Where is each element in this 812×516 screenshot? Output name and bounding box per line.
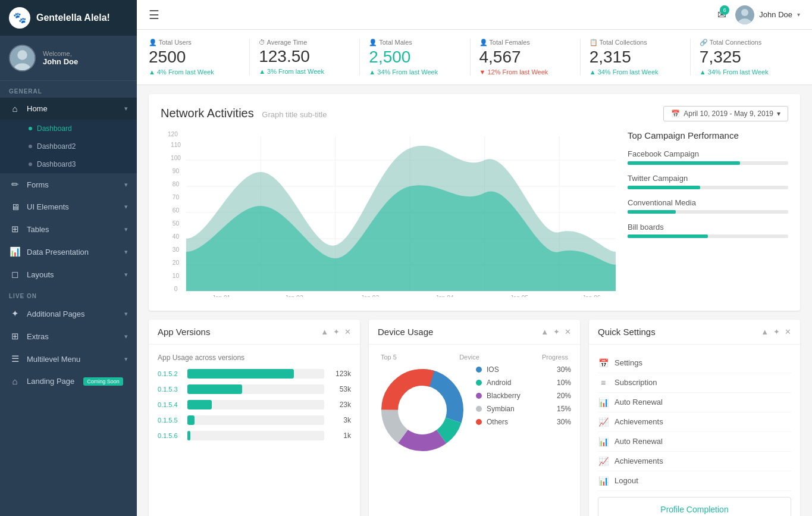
stat-item-2: 👤 Total Males 2,500 ▲ 34% From last Week — [360, 39, 470, 76]
close-icon-qs[interactable]: ✕ — [785, 327, 791, 336]
sidebar-item-additional-pages[interactable]: ✦ Additional Pages ▾ — [0, 302, 137, 325]
settings-item-2[interactable]: 📊 Auto Renewal — [598, 393, 791, 412]
settings-item-label-5: Achievements — [615, 456, 663, 465]
svg-text:20: 20 — [173, 259, 180, 266]
campaign-bar-bg-3 — [628, 234, 788, 238]
settings-item-0[interactable]: 📅 Settings — [598, 354, 791, 373]
device-dot-1 — [476, 380, 482, 386]
settings-item-6[interactable]: 📊 Logout — [598, 471, 791, 491]
settings-item-label-4: Auto Renewal — [615, 437, 663, 446]
hamburger-button[interactable]: ☰ — [149, 8, 159, 22]
chevron-up-icon-du[interactable]: ▲ — [541, 327, 548, 336]
quick-settings-title: Quick Settings — [598, 327, 656, 337]
settings-item-4[interactable]: 📊 Auto Renewal — [598, 432, 791, 452]
settings-item-label-6: Logout — [615, 476, 638, 485]
version-bar-fill-2 — [187, 400, 212, 409]
layouts-icon: ◻ — [9, 269, 21, 280]
svg-text:80: 80 — [173, 181, 180, 187]
user-caret-icon: ▾ — [797, 11, 800, 18]
version-bar-bg-1 — [187, 384, 324, 394]
stat-label-0: 👤 Total Users — [149, 39, 240, 46]
sidebar-logo[interactable]: 🐾 Gentelella Alela! — [0, 0, 137, 36]
version-rows: 0.1.5.2 123k 0.1.5.3 53k 0.1.5.4 23k 0.1… — [158, 369, 351, 440]
ui-icon: 🖥 — [9, 202, 21, 212]
svg-text:60: 60 — [173, 207, 180, 214]
stat-value-2: 2,500 — [369, 48, 460, 67]
campaign-item-3: Bill boards — [628, 223, 788, 238]
logo-icon: 🐾 — [9, 7, 30, 29]
sidebar-item-multilevel[interactable]: ☰ Multilevel Menu ▾ — [0, 348, 137, 370]
svg-text:0: 0 — [174, 286, 178, 292]
chevron-up-icon-av[interactable]: ▲ — [321, 327, 328, 336]
sidebar-item-extras[interactable]: ⊞ Extras ▾ — [0, 325, 137, 348]
stat-label-3: 👤 Total Females — [479, 39, 571, 46]
chevron-icon-data: ▾ — [124, 248, 128, 256]
welcome-text: Welcome, — [43, 50, 78, 57]
close-icon-du[interactable]: ✕ — [565, 327, 571, 336]
svg-text:Jan 04: Jan 04 — [435, 295, 454, 297]
campaign-name-2: Conventional Media — [628, 198, 788, 207]
version-num-3: 0.1.5.5 — [158, 417, 181, 424]
settings-item-1[interactable]: ≡ Subscription — [598, 373, 791, 393]
sidebar-item-forms[interactable]: ✏ Forms ▾ — [0, 173, 137, 196]
sidebar-item-ui-elements[interactable]: 🖥 UI Elements ▾ — [0, 196, 137, 218]
device-usage-title: Device Usage — [378, 327, 433, 337]
version-row-0: 0.1.5.2 123k — [158, 369, 351, 379]
wrench-icon-qs[interactable]: ✦ — [773, 327, 780, 336]
sidebar-item-home[interactable]: ⌂ Home ▾ — [0, 98, 137, 120]
sidebar-sub-item-dashboard2[interactable]: Dashboard2 — [0, 137, 137, 155]
svg-point-41 — [399, 386, 446, 434]
network-activities-card: Network Activities Graph title sub-title… — [149, 94, 800, 311]
stat-value-4: 2,315 — [590, 48, 681, 67]
tables-icon: ⊞ — [9, 224, 21, 234]
settings-item-icon-4: 📊 — [598, 437, 609, 446]
quick-settings-card: Quick Settings ▲ ✦ ✕ 📅 Settings ≡ Subscr… — [589, 320, 800, 516]
svg-text:Jan 01: Jan 01 — [212, 295, 231, 297]
settings-item-label-0: Settings — [615, 358, 642, 367]
campaign-bar-fill-0 — [628, 161, 740, 165]
sidebar-item-tables[interactable]: ⊞ Tables ▾ — [0, 218, 137, 240]
stat-item-5: 🔗 Total Connections 7,325 ▲ 34% From las… — [691, 39, 800, 76]
version-num-2: 0.1.5.4 — [158, 401, 181, 408]
wrench-icon-du[interactable]: ✦ — [553, 327, 560, 336]
settings-item-3[interactable]: 📈 Achievements — [598, 412, 791, 432]
date-range-button[interactable]: 📅 April 10, 2019 - May 9, 2019 ▾ — [663, 106, 788, 121]
app-versions-title: App Versions — [158, 327, 210, 337]
sub-dot-dashboard3 — [29, 162, 32, 166]
device-pct-3: 15% — [557, 405, 571, 413]
notifications-button[interactable]: ✉ 6 — [717, 8, 726, 21]
device-dot-2 — [476, 393, 482, 399]
campaign-name-0: Facebook Campaign — [628, 149, 788, 158]
sidebar-item-landing-page[interactable]: ⌂ Landing Page Coming Soon — [0, 370, 137, 392]
sidebar-sub-item-dashboard3[interactable]: Dashboard3 — [0, 155, 137, 173]
stat-item-4: 📋 Total Collections 2,315 ▲ 34% From las… — [581, 39, 691, 76]
wrench-icon-av[interactable]: ✦ — [333, 327, 340, 336]
version-bar-bg-4 — [187, 431, 324, 440]
campaign-bar-fill-2 — [628, 210, 676, 214]
home-icon: ⌂ — [9, 104, 21, 114]
close-icon-av[interactable]: ✕ — [344, 327, 351, 336]
device-dot-4 — [476, 419, 482, 425]
svg-text:50: 50 — [173, 220, 180, 227]
sidebar-item-data-presentation[interactable]: 📊 Data Presentation ▾ — [0, 240, 137, 263]
chevron-up-icon-qs[interactable]: ▲ — [761, 327, 769, 336]
stat-change-3: ▼ 12% From last Week — [479, 68, 571, 76]
stat-label-5: 🔗 Total Connections — [700, 39, 791, 46]
sidebar-item-layouts[interactable]: ◻ Layouts ▾ — [0, 263, 137, 286]
calendar-icon: 📅 — [671, 110, 680, 118]
device-dot-3 — [476, 406, 482, 412]
user-menu-button[interactable]: John Doe ▾ — [735, 5, 800, 24]
sidebar-sub-home: Dashboard Dashboard2 Dashboard3 — [0, 120, 137, 173]
chevron-icon-additional: ▾ — [124, 310, 128, 318]
device-dot-0 — [476, 367, 482, 373]
campaign-bar-fill-3 — [628, 234, 708, 238]
settings-item-5[interactable]: 📈 Achievements — [598, 452, 791, 471]
sidebar-sub-item-dashboard[interactable]: Dashboard — [0, 120, 137, 137]
bottom-row: App Versions ▲ ✦ ✕ App Usage across vers… — [149, 320, 800, 516]
stat-change-5: ▲ 34% From last Week — [700, 68, 791, 76]
settings-item-label-3: Achievements — [615, 417, 663, 426]
chevron-icon-tables: ▾ — [124, 226, 128, 233]
campaign-bar-fill-1 — [628, 186, 700, 189]
profile-completion-widget: Profile Completion 3,200% 100% — [598, 497, 791, 516]
svg-text:30: 30 — [173, 246, 180, 253]
